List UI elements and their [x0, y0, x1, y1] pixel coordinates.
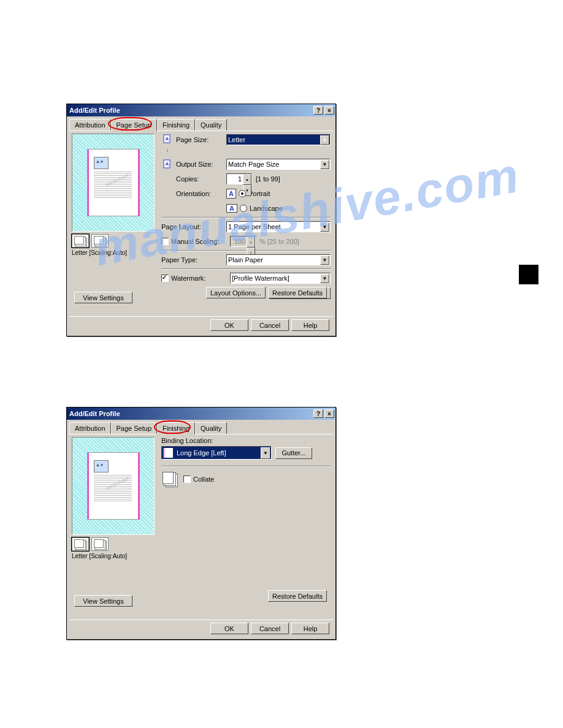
dialog-buttons: OK Cancel Help: [69, 316, 333, 333]
tab-finishing[interactable]: Finishing: [157, 119, 195, 131]
manual-scaling-check[interactable]: [161, 238, 169, 245]
tab-finishing[interactable]: Finishing: [157, 422, 195, 434]
page-size-label: Page Size:: [176, 136, 226, 143]
watermark-label: Watermark:: [171, 275, 230, 282]
output-size-icon: A: [161, 158, 174, 170]
chevron-down-icon: ▼: [320, 222, 329, 232]
paper-type-label: Paper Type:: [161, 256, 226, 264]
orientation-label: Orientation:: [176, 190, 226, 197]
spin-up: ▲: [247, 237, 255, 248]
collate-label: Collate: [193, 476, 214, 483]
preview-area: watermark Letter [Scaling:Auto]: [72, 437, 155, 559]
tab-attribution[interactable]: Attribution: [69, 422, 111, 434]
ok-button[interactable]: OK: [210, 623, 248, 634]
tab-quality[interactable]: Quality: [195, 422, 227, 434]
paper-type-combo[interactable]: Plain Paper ▼: [226, 254, 331, 265]
output-size-value: Match Page Size: [228, 161, 279, 168]
ok-button[interactable]: OK: [210, 319, 248, 331]
copies-label: Copies:: [176, 175, 226, 183]
copies-value: 1: [238, 175, 242, 183]
binding-value: Long Edge [Left]: [177, 449, 226, 457]
preview-box: watermark: [72, 134, 155, 232]
page-size-icon: A: [161, 134, 174, 146]
form-area: Binding Location: Long Edge [Left] ▼ Gut…: [161, 437, 331, 489]
tab-page-setup[interactable]: Page Setup: [111, 119, 158, 131]
binding-label: Binding Location:: [161, 437, 331, 444]
chevron-down-icon: ▼: [261, 447, 270, 459]
thumbs: [72, 234, 155, 248]
preview-page: watermark: [87, 149, 140, 216]
help-titlebtn[interactable]: ?: [313, 106, 323, 115]
titlebar: Add/Edit Profile ? ×: [67, 104, 335, 116]
manual-scaling-label: Manual Scaling:: [171, 238, 230, 245]
landscape-radio[interactable]: [240, 205, 247, 212]
watermark-combo[interactable]: [Profile Watermark] ▼: [230, 273, 331, 284]
preview-box: watermark: [72, 437, 155, 535]
restore-defaults-button[interactable]: Restore Defaults: [268, 287, 327, 298]
svg-text:A: A: [166, 161, 169, 167]
watermark-check[interactable]: [161, 275, 169, 282]
preview-shapes: [94, 157, 109, 169]
binding-combo[interactable]: Long Edge [Left] ▼: [161, 446, 272, 460]
collate-check[interactable]: [183, 476, 191, 483]
help-button[interactable]: Help: [291, 319, 329, 331]
panel: watermark Letter [Scaling:Auto] View Set…: [69, 131, 333, 320]
paper-type-value: Plain Paper: [228, 256, 263, 264]
dialog-page-setup: Add/Edit Profile ? × Attribution Page Se…: [66, 104, 336, 336]
tab-finishing-label: Finishing: [163, 425, 190, 432]
dialog-finishing: Add/Edit Profile ? × Attribution Page Se…: [66, 407, 336, 640]
scaling-range: % [25 to 200]: [259, 238, 299, 245]
layout-options-button[interactable]: Layout Options...: [206, 287, 266, 298]
help-titlebtn[interactable]: ?: [313, 409, 323, 418]
page-size-combo[interactable]: Letter ▼: [226, 134, 331, 145]
panel: watermark Letter [Scaling:Auto] View Set…: [69, 434, 333, 624]
close-titlebtn[interactable]: ×: [324, 409, 334, 418]
view-settings-button[interactable]: View Settings: [74, 595, 132, 607]
thumbs: [72, 537, 155, 551]
black-square: [519, 265, 538, 284]
thumb-1[interactable]: [72, 537, 89, 551]
scaling-input: 100 ▲▼: [230, 236, 256, 247]
help-button[interactable]: Help: [291, 623, 329, 634]
thumb-2[interactable]: [91, 537, 109, 551]
page-layout-label: Page Layout:: [161, 223, 226, 230]
gutter-button[interactable]: Gutter...: [275, 447, 312, 459]
portrait-label: Portrait: [248, 190, 270, 197]
binding-icon: [163, 448, 173, 458]
tab-page-setup[interactable]: Page Setup: [111, 422, 158, 434]
titlebar: Add/Edit Profile ? ×: [67, 408, 335, 420]
page-size-value: Letter: [228, 136, 245, 143]
close-titlebtn[interactable]: ×: [324, 106, 334, 115]
output-size-combo[interactable]: Match Page Size ▼: [226, 159, 331, 170]
tab-quality[interactable]: Quality: [195, 119, 227, 131]
page-layout-combo[interactable]: 1 Page per Sheet ▼: [226, 221, 331, 232]
preview-page: watermark: [87, 452, 140, 520]
page-layout-value: 1 Page per Sheet: [228, 223, 281, 230]
title-text: Add/Edit Profile: [69, 107, 312, 114]
title-text: Add/Edit Profile: [69, 410, 312, 417]
preview-label: Letter [Scaling:Auto]: [72, 553, 155, 559]
tab-page-setup-label: Page Setup: [117, 121, 152, 129]
thumb-1[interactable]: [72, 234, 89, 248]
view-settings-button[interactable]: View Settings: [74, 292, 132, 303]
collate-icon: [161, 472, 178, 487]
landscape-label: Landscape: [250, 205, 283, 212]
cancel-button[interactable]: Cancel: [251, 623, 289, 634]
tab-attribution[interactable]: Attribution: [69, 119, 111, 131]
tabstrip: Attribution Page Setup Finishing Quality: [67, 116, 335, 131]
tabstrip: Attribution Page Setup Finishing Quality: [67, 420, 335, 434]
copies-input[interactable]: 1 ▲▼: [226, 173, 252, 184]
bottom-buttons: Layout Options... Restore Defaults: [206, 287, 327, 298]
thumb-2[interactable]: [91, 234, 109, 248]
chevron-down-icon: ▼: [320, 135, 329, 145]
form-area: A Page Size: Letter ▼ ↓ A Output Size: M…: [161, 134, 331, 289]
spin-up[interactable]: ▲: [243, 174, 251, 185]
dialog-buttons: OK Cancel Help: [69, 620, 333, 637]
output-size-label: Output Size:: [176, 161, 226, 168]
restore-defaults-button[interactable]: Restore Defaults: [268, 590, 327, 602]
chevron-down-icon: ▼: [320, 256, 329, 265]
chevron-down-icon: ▼: [320, 274, 329, 283]
bottom-buttons: Restore Defaults: [268, 590, 327, 602]
portrait-radio[interactable]: [239, 190, 246, 197]
cancel-button[interactable]: Cancel: [251, 319, 289, 331]
